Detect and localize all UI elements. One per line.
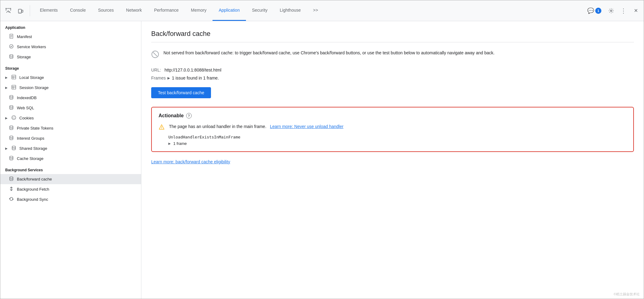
messages-badge-btn[interactable]: 💬 1 bbox=[584, 6, 604, 15]
learn-more-eligibility-link[interactable]: Learn more: back/forward cache eligibili… bbox=[151, 159, 230, 164]
frame-count-label: 1 frame bbox=[173, 141, 187, 146]
frame-expand-icon[interactable]: ▶ bbox=[168, 142, 171, 145]
close-icon[interactable]: ✕ bbox=[630, 5, 641, 16]
cache-storage-label: Cache Storage bbox=[17, 156, 44, 161]
actionable-title: Actionable bbox=[159, 113, 184, 118]
svg-point-28 bbox=[13, 118, 13, 119]
info-text: Not served from back/forward cache: to t… bbox=[163, 50, 495, 56]
svg-point-23 bbox=[10, 106, 13, 107]
svg-point-24 bbox=[12, 116, 16, 120]
web-sql-icon bbox=[9, 105, 14, 111]
sidebar-section-storage: Storage bbox=[0, 62, 141, 72]
tab-network[interactable]: Network bbox=[120, 0, 148, 21]
svg-point-32 bbox=[10, 156, 13, 158]
not-served-icon bbox=[151, 50, 159, 60]
sidebar-item-interest-groups[interactable]: Interest Groups bbox=[0, 133, 141, 143]
main-panel: Back/forward cache Not served from back/… bbox=[141, 21, 644, 299]
tab-sources[interactable]: Sources bbox=[92, 0, 120, 21]
frames-expand-icon[interactable]: ▶ bbox=[167, 76, 170, 80]
cache-storage-icon bbox=[9, 156, 14, 161]
main-area: Application Manifest Service Workers Sto… bbox=[0, 21, 644, 299]
manifest-icon bbox=[9, 34, 14, 40]
indexeddb-icon bbox=[9, 95, 14, 101]
sidebar-section-background-services: Background Services bbox=[0, 164, 141, 174]
toolbar-icons bbox=[3, 5, 30, 16]
svg-rect-1 bbox=[6, 8, 6, 10]
actionable-text: The page has an unload handler in the ma… bbox=[169, 123, 343, 130]
sidebar-item-web-sql[interactable]: Web SQL bbox=[0, 103, 141, 113]
svg-point-30 bbox=[10, 136, 13, 138]
sidebar-item-back-forward-cache[interactable]: Back/forward cache bbox=[0, 174, 141, 184]
shared-storage-expand-icon: ▶ bbox=[5, 147, 8, 150]
interest-groups-label: Interest Groups bbox=[17, 136, 44, 141]
svg-point-37 bbox=[161, 128, 162, 129]
svg-point-12 bbox=[10, 45, 13, 48]
service-workers-label: Service Workers bbox=[17, 45, 46, 49]
back-forward-cache-label: Back/forward cache bbox=[17, 177, 52, 181]
interest-groups-icon bbox=[9, 135, 14, 141]
web-sql-label: Web SQL bbox=[17, 106, 34, 110]
svg-point-7 bbox=[611, 10, 612, 11]
tab-performance[interactable]: Performance bbox=[148, 0, 185, 21]
sidebar-item-local-storage[interactable]: ▶ Local Storage bbox=[0, 72, 141, 83]
sidebar-item-service-workers[interactable]: Service Workers bbox=[0, 42, 141, 52]
sidebar-item-shared-storage[interactable]: ▶ Shared Storage bbox=[0, 143, 141, 153]
session-storage-icon bbox=[11, 85, 16, 91]
tab-security[interactable]: Security bbox=[246, 0, 274, 21]
sidebar-item-background-sync[interactable]: Background Sync bbox=[0, 194, 141, 204]
svg-rect-18 bbox=[12, 85, 16, 89]
session-storage-expand-icon: ▶ bbox=[5, 86, 8, 89]
unload-handler-code: UnloadHandlerExistsInMainFrame bbox=[168, 135, 627, 139]
sidebar-item-private-state-tokens[interactable]: Private State Tokens bbox=[0, 123, 141, 133]
message-icon: 💬 bbox=[587, 7, 594, 14]
shared-storage-icon bbox=[11, 146, 16, 151]
service-workers-icon bbox=[9, 44, 14, 50]
more-options-icon[interactable]: ⋮ bbox=[618, 5, 629, 16]
actionable-help-icon[interactable]: ? bbox=[186, 113, 192, 118]
sidebar-item-indexeddb[interactable]: IndexedDB bbox=[0, 93, 141, 103]
sidebar-item-storage-app[interactable]: Storage bbox=[0, 52, 141, 62]
settings-icon[interactable] bbox=[606, 5, 617, 16]
sidebar-item-manifest[interactable]: Manifest bbox=[0, 32, 141, 42]
background-sync-icon bbox=[9, 196, 14, 202]
tab-application[interactable]: Application bbox=[213, 0, 246, 21]
select-element-icon[interactable] bbox=[3, 5, 14, 16]
back-forward-cache-icon bbox=[9, 176, 14, 182]
tab-more[interactable]: >> bbox=[307, 0, 324, 21]
svg-point-25 bbox=[13, 117, 13, 118]
tab-elements[interactable]: Elements bbox=[34, 0, 64, 21]
tab-lighthouse[interactable]: Lighthouse bbox=[274, 0, 307, 21]
private-state-tokens-label: Private State Tokens bbox=[17, 126, 53, 130]
svg-point-33 bbox=[10, 177, 13, 178]
toolbar: Elements Console Sources Network Perform… bbox=[0, 0, 644, 21]
learn-more-never-use-unload-link[interactable]: Learn more: Never use unload handler bbox=[270, 124, 343, 129]
svg-point-29 bbox=[10, 126, 13, 127]
session-storage-label: Session Storage bbox=[19, 85, 48, 90]
tab-memory[interactable]: Memory bbox=[185, 0, 213, 21]
actionable-box: Actionable ? The page has an unload hand… bbox=[151, 107, 634, 152]
frames-value: 1 issue found in 1 frame. bbox=[172, 76, 219, 80]
private-state-tokens-icon bbox=[9, 125, 14, 131]
devtools-window: Elements Console Sources Network Perform… bbox=[0, 0, 644, 299]
cookies-label: Cookies bbox=[19, 116, 34, 120]
tab-console[interactable]: Console bbox=[64, 0, 92, 21]
background-sync-label: Background Sync bbox=[17, 197, 48, 202]
local-storage-icon bbox=[11, 75, 16, 80]
svg-rect-3 bbox=[10, 8, 11, 10]
info-box: Not served from back/forward cache: to t… bbox=[151, 49, 634, 61]
sidebar-item-cache-storage[interactable]: Cache Storage bbox=[0, 153, 141, 164]
test-back-forward-cache-button[interactable]: Test back/forward cache bbox=[151, 87, 211, 98]
url-label: URL: bbox=[151, 68, 161, 72]
frames-label: Frames bbox=[151, 76, 166, 80]
sidebar-item-session-storage[interactable]: ▶ Session Storage bbox=[0, 83, 141, 93]
sidebar-item-cookies[interactable]: ▶ Cookies bbox=[0, 113, 141, 123]
sidebar-item-background-fetch[interactable]: Background Fetch bbox=[0, 184, 141, 194]
indexeddb-label: IndexedDB bbox=[17, 95, 36, 100]
device-mode-icon[interactable] bbox=[15, 5, 26, 16]
panel-title: Back/forward cache bbox=[151, 30, 634, 42]
message-badge: 1 bbox=[595, 8, 601, 14]
sidebar-section-application: Application bbox=[0, 21, 141, 32]
storage-app-icon bbox=[9, 54, 14, 60]
sidebar: Application Manifest Service Workers Sto… bbox=[0, 21, 141, 299]
svg-point-27 bbox=[14, 118, 15, 118]
